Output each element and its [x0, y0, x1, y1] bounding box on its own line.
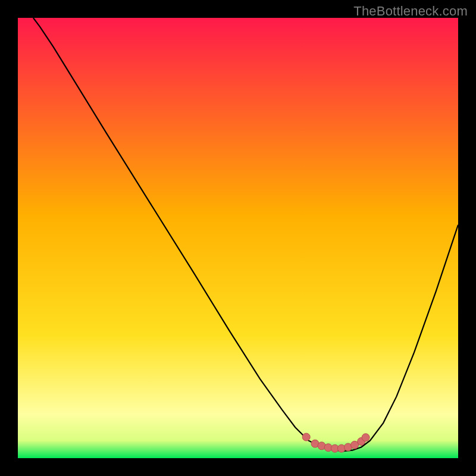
data-point: [302, 433, 310, 441]
scatter-points: [18, 18, 458, 458]
watermark-text: TheBottleneck.com: [353, 4, 468, 19]
chart-container: TheBottleneck.com: [0, 0, 476, 476]
data-point: [362, 434, 369, 441]
plot-area: [18, 18, 458, 458]
